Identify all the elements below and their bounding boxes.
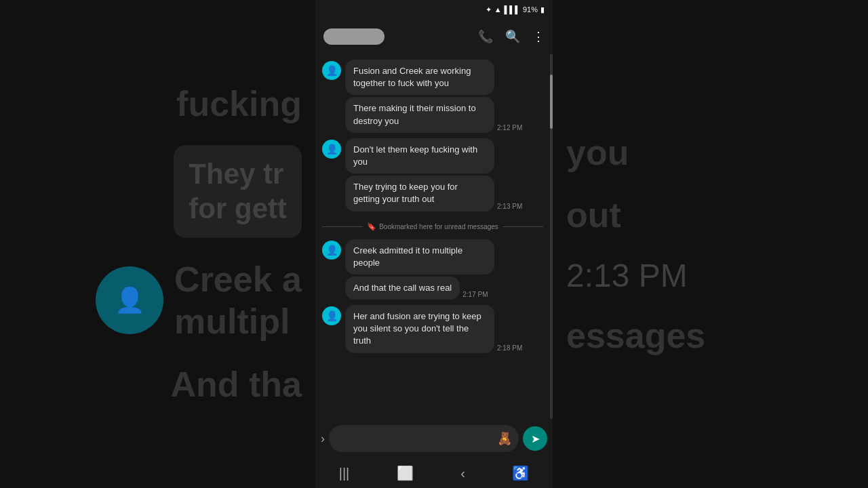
app-header: 📞 🔍 ⋮ xyxy=(315,19,553,54)
back-nav-icon[interactable]: ‹ xyxy=(460,466,465,481)
bookmark-line-left xyxy=(322,226,363,227)
bubble-2-1: Don't let them keep fucking with you xyxy=(345,138,494,174)
message-group-2: 👤 Don't let them keep fucking with you T… xyxy=(322,138,543,211)
wifi-icon: ▲ xyxy=(494,5,502,14)
bg-text-right-3: essages xyxy=(566,314,705,357)
contact-name-pill xyxy=(323,28,384,45)
bubble-time-group-1-2: There making it their mission to destroy… xyxy=(345,97,522,132)
bubble-2-2: They trying to keep you for getting your… xyxy=(345,176,494,211)
phone-call-icon[interactable]: 📞 xyxy=(478,29,493,44)
message-row-3-1: 👤 Creek admitted it to multiple people xyxy=(322,239,543,274)
more-options-icon[interactable]: ⋮ xyxy=(532,29,545,44)
time-4-1: 2:18 PM xyxy=(497,344,522,352)
bubble-4-1: Her and fusion are trying to keep you si… xyxy=(345,305,494,353)
message-group-3: 👤 Creek admitted it to multiple people A… xyxy=(322,239,543,300)
avatar-3: 👤 xyxy=(322,241,341,260)
bookmark-separator: 🔖 Bookmarked here for unread messages xyxy=(322,222,543,231)
avatar-person-icon-1: 👤 xyxy=(326,65,338,76)
avatar-2: 👤 xyxy=(322,140,341,159)
home-nav-icon[interactable]: ⬜ xyxy=(397,465,414,481)
battery-text: 91% xyxy=(523,5,538,14)
bg-time-1: 2:13 PM xyxy=(566,257,688,294)
status-icons: ✦ ▲ ▌▌▌ 91% ▮ xyxy=(486,5,545,14)
header-icons: 📞 🔍 ⋮ xyxy=(478,29,545,44)
nav-bar: ||| ⬜ ‹ ♿ xyxy=(315,458,553,488)
avatar-4: 👤 xyxy=(322,306,341,325)
message-row-2-1: 👤 Don't let them keep fucking with you xyxy=(322,138,543,174)
time-1-2: 2:12 PM xyxy=(497,124,522,131)
menu-nav-icon[interactable]: ||| xyxy=(339,466,350,481)
battery-icon: ▮ xyxy=(540,5,545,14)
accessibility-nav-icon[interactable]: ♿ xyxy=(512,465,529,481)
avatar-1: 👤 xyxy=(322,61,341,80)
message-row-2-2: They trying to keep you for getting your… xyxy=(322,176,543,211)
avatar-person-icon-4: 👤 xyxy=(326,310,338,321)
scrollbar-thumb[interactable] xyxy=(550,75,553,129)
send-button[interactable]: ➤ xyxy=(523,426,547,451)
bg-text-right-2: out xyxy=(566,194,621,236)
input-area: › 🧸 ➤ xyxy=(315,419,553,458)
bg-bubble-left-1: They trfor gett xyxy=(174,145,302,238)
message-row-4-1: 👤 Her and fusion are trying to keep you … xyxy=(322,305,543,353)
chat-area: 👤 Fusion and Creek are working together … xyxy=(315,54,550,419)
bluetooth-icon: ✦ xyxy=(486,5,492,14)
message-group-1: 👤 Fusion and Creek are working together … xyxy=(322,60,543,133)
sticker-icon[interactable]: 🧸 xyxy=(497,431,512,446)
avatar-person-icon-2: 👤 xyxy=(326,144,338,155)
status-bar: ✦ ▲ ▌▌▌ 91% ▮ xyxy=(315,0,553,19)
message-row-1-2: There making it their mission to destroy… xyxy=(322,97,543,132)
bg-text-1: fucking xyxy=(176,83,302,125)
chat-outer: 👤 Fusion and Creek are working together … xyxy=(315,54,553,419)
time-2-2: 2:13 PM xyxy=(497,203,522,210)
expand-icon[interactable]: › xyxy=(321,432,325,446)
message-group-4: 👤 Her and fusion are trying to keep you … xyxy=(322,305,543,353)
bg-text-right-1: you xyxy=(566,131,629,174)
time-3-2: 2:17 PM xyxy=(462,291,488,298)
avatar-person-icon-3: 👤 xyxy=(326,245,338,256)
bubble-time-group-4-1: Her and fusion are trying to keep you si… xyxy=(345,305,522,353)
screen-container: fucking They trfor gett 👤 Creek amultipl… xyxy=(0,0,868,488)
bookmark-line-right xyxy=(502,226,543,227)
bg-right-panel: you out 2:13 PM essages xyxy=(553,0,868,488)
scrollbar-track xyxy=(550,54,553,419)
search-icon[interactable]: 🔍 xyxy=(505,29,520,44)
bubble-1-2: There making it their mission to destroy… xyxy=(345,97,494,132)
message-input-field[interactable]: 🧸 xyxy=(329,425,519,452)
send-icon: ➤ xyxy=(531,432,540,445)
bubble-time-group-3-2: And that the call was real 2:17 PM xyxy=(345,277,488,300)
bubble-3-1: Creek admitted it to multiple people xyxy=(345,239,494,274)
message-row-3-2: And that the call was real 2:17 PM xyxy=(322,277,543,300)
phone-frame: ✦ ▲ ▌▌▌ 91% ▮ 📞 🔍 ⋮ xyxy=(315,0,553,488)
bg-bubble-text-1: They trfor gett xyxy=(189,157,287,226)
bubble-time-group-2-2: They trying to keep you for getting your… xyxy=(345,176,522,211)
bg-text-3: And tha xyxy=(170,363,302,405)
bg-left-panel: fucking They trfor gett 👤 Creek amultipl… xyxy=(0,0,315,488)
bg-avatar-circle: 👤 xyxy=(96,266,163,334)
signal-icon: ▌▌▌ xyxy=(505,5,520,14)
bubble-3-2: And that the call was real xyxy=(345,277,460,300)
bubble-1-1: Fusion and Creek are working together to… xyxy=(345,60,494,95)
bg-text-2: Creek amultipl xyxy=(174,258,302,343)
bookmark-icon: 🔖 xyxy=(367,222,376,231)
bookmark-label: 🔖 Bookmarked here for unread messages xyxy=(367,222,498,231)
message-row-1-1: 👤 Fusion and Creek are working together … xyxy=(322,60,543,95)
